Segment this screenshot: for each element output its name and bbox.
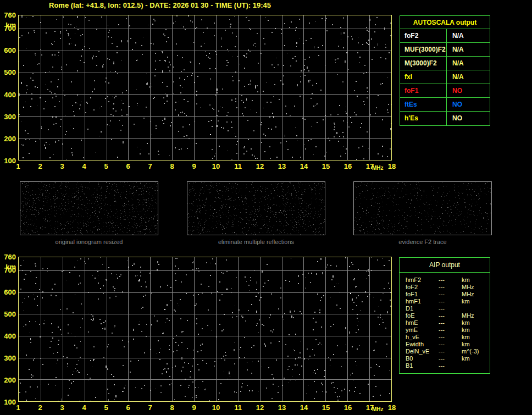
x-axis-unit-label: MHz — [372, 165, 384, 171]
autoscala-table-row: h'EsNO — [400, 112, 490, 125]
aip-param-unit: MHz — [462, 312, 490, 319]
autoscala-param-label: fxI — [400, 70, 447, 84]
aip-param-label: B1 — [406, 362, 439, 369]
aip-table-row: Ewidth---km — [406, 341, 490, 348]
aip-param-value: --- — [439, 348, 462, 355]
x-axis-tick-label: 18 — [388, 403, 396, 412]
x-axis-tick-label: 6 — [126, 403, 130, 412]
panel-evidence-f2-trace-box — [353, 181, 492, 235]
autoscala-param-label: h'Es — [400, 112, 447, 125]
x-axis-tick-label: 1 — [16, 162, 20, 170]
y-axis-unit-label: km — [0, 21, 16, 29]
aip-param-value: --- — [439, 341, 462, 348]
y-axis-tick-label: 200 — [0, 135, 16, 143]
panel-caption-eliminate: eliminate multiple reflections — [187, 239, 325, 245]
x-axis-tick-label: 12 — [256, 162, 264, 170]
aip-table-row: hmF2---km — [406, 276, 490, 284]
aip-param-unit: km — [462, 327, 490, 334]
panel-eliminate-reflections: eliminate multiple reflections — [187, 181, 325, 245]
aip-param-value: --- — [439, 298, 462, 305]
x-axis-tick-label: 4 — [82, 403, 86, 412]
x-axis-tick-label: 8 — [170, 162, 174, 170]
y-axis-tick-label: 600 — [0, 288, 16, 296]
y-axis-tick-label: 600 — [0, 46, 16, 54]
bottom-ionogram-plot — [18, 257, 392, 402]
aip-param-unit: km — [462, 341, 490, 348]
aip-param-value: --- — [439, 312, 462, 319]
aip-table-row: foE---MHz — [406, 312, 490, 319]
aip-output-table: AIP output hmF2---kmfoF2---MHzfoF1---MHz… — [399, 257, 490, 374]
autoscala-table-row: foF2N/A — [400, 29, 490, 43]
x-axis-tick-label: 11 — [234, 403, 242, 412]
x-axis-tick-label: 6 — [126, 162, 130, 170]
autoscala-table-row: MUF(3000)F2N/A — [400, 43, 490, 57]
aip-param-unit: km — [462, 334, 490, 341]
aip-table-body: hmF2---kmfoF2---MHzfoF1---MHzhmF1---kmD1… — [400, 273, 490, 369]
x-axis-tick-label: 1 — [16, 403, 20, 412]
aip-param-unit: MHz — [462, 291, 490, 298]
x-axis-tick-label: 16 — [344, 162, 352, 170]
aip-table-row: hmF1---km — [406, 298, 490, 305]
autoscala-table-body: foF2N/AMUF(3000)F2N/AM(3000)F2N/AfxIN/Af… — [400, 29, 490, 125]
x-axis-tick-label: 14 — [300, 162, 308, 170]
autoscala-param-value: NO — [447, 112, 490, 125]
panel-original-ionogram-canvas — [20, 182, 158, 235]
aip-param-value: --- — [439, 291, 462, 298]
aip-param-unit — [462, 305, 490, 312]
y-axis-tick-label: 300 — [0, 113, 16, 121]
aip-param-label: hmF2 — [406, 276, 439, 284]
top-ionogram-canvas — [19, 15, 391, 160]
x-axis-tick-label: 3 — [60, 162, 64, 170]
page-title: Rome (lat: +41.8, lon: 012.5) - DATE: 20… — [0, 1, 320, 9]
aip-param-label: foF2 — [406, 284, 439, 291]
top-ionogram-plot — [18, 15, 392, 161]
aip-param-value: --- — [439, 276, 462, 284]
aip-table-row: B0---km — [406, 355, 490, 362]
panel-caption-evidence: evidence F2 trace — [353, 239, 492, 245]
aip-param-value: --- — [439, 334, 462, 341]
x-axis-tick-label: 5 — [104, 403, 108, 412]
panel-original-ionogram: original ionogram resized — [20, 181, 158, 245]
autoscala-param-value: N/A — [447, 57, 490, 70]
y-axis-tick-label: 400 — [0, 332, 16, 340]
aip-param-value: --- — [439, 319, 462, 327]
x-axis-tick-label: 12 — [256, 403, 264, 412]
aip-param-label: foE — [406, 312, 439, 319]
x-axis-tick-label: 16 — [344, 403, 352, 412]
panel-caption-original: original ionogram resized — [20, 239, 158, 245]
x-axis-tick-label: 5 — [104, 162, 108, 170]
aip-param-unit: km — [462, 355, 490, 362]
autoscala-param-value: NO — [447, 98, 490, 112]
autoscala-output-table: AUTOSCALA output foF2N/AMUF(3000)F2N/AM(… — [400, 15, 490, 126]
aip-table-row: DelN_vE---m^(-3) — [406, 348, 490, 355]
x-axis-tick-label: 3 — [60, 403, 64, 412]
x-axis-tick-label: 15 — [322, 403, 330, 412]
aip-param-value: --- — [439, 327, 462, 334]
aip-param-value: --- — [439, 355, 462, 362]
aip-param-label: hmF1 — [406, 298, 439, 305]
autoscala-table-row: ftEsNO — [400, 98, 490, 112]
aip-param-label: foF1 — [406, 291, 439, 298]
x-axis-tick-label: 11 — [234, 162, 242, 170]
autoscala-table-row: M(3000)F2N/A — [400, 57, 490, 70]
aip-table-header: AIP output — [400, 258, 490, 273]
autoscala-param-label: foF2 — [400, 29, 447, 43]
x-axis-tick-label: 9 — [192, 162, 196, 170]
autoscala-table-row: fxIN/A — [400, 70, 490, 84]
y-axis-unit-label: km — [0, 263, 16, 271]
aip-param-value: --- — [439, 362, 462, 369]
x-axis-tick-label: 9 — [192, 403, 196, 412]
x-axis-tick-label: 13 — [278, 162, 286, 170]
aip-param-label: DelN_vE — [406, 348, 439, 355]
autoscala-param-value: NO — [447, 84, 490, 98]
aip-table-row: D1--- — [406, 305, 490, 312]
x-axis-tick-label: 10 — [212, 162, 220, 170]
aip-param-unit: km — [462, 319, 490, 327]
autoscala-param-label: foF1 — [400, 84, 447, 98]
x-axis-tick-label: 7 — [148, 162, 152, 170]
aip-param-unit — [462, 362, 490, 369]
x-axis-tick-label: 14 — [300, 403, 308, 412]
y-axis-tick-label: 100 — [0, 398, 16, 406]
aip-param-unit: m^(-3) — [462, 348, 490, 355]
aip-param-value: --- — [439, 284, 462, 291]
